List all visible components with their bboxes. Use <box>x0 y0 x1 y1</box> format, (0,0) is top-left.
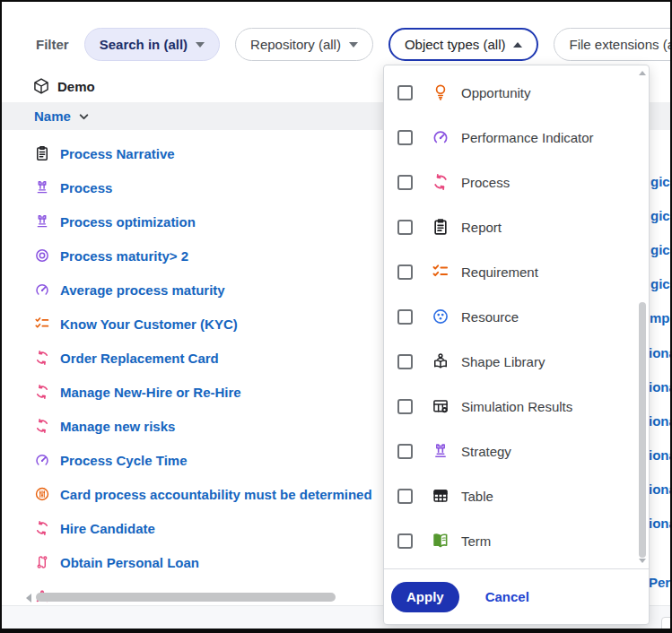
occluded-link-fragment[interactable]: gic P <box>650 208 672 223</box>
checkbox[interactable] <box>397 489 413 504</box>
shape-library-icon <box>432 352 449 370</box>
list-item-link[interactable]: Process <box>60 180 112 195</box>
object-type-option[interactable]: Shape Library <box>384 339 649 384</box>
checkbox[interactable] <box>397 354 413 369</box>
list-item-link[interactable]: Average process maturity <box>60 282 225 298</box>
strategy-icon <box>432 442 449 460</box>
object-type-option[interactable]: Report <box>384 204 649 249</box>
list-item[interactable]: Manage new risks <box>2 409 388 443</box>
checkbox[interactable] <box>397 399 413 414</box>
checkbox[interactable] <box>397 309 413 325</box>
cube-icon <box>32 77 50 95</box>
object-type-option[interactable]: Strategy <box>384 429 649 473</box>
occluded-link-fragment[interactable]: gic P <box>650 174 672 189</box>
list-item[interactable]: Know Your Customer (KYC) <box>2 307 388 341</box>
scroll-up-arrow-icon[interactable] <box>639 71 646 75</box>
list-item[interactable]: Hire Candidate <box>2 511 388 545</box>
filter-pill[interactable]: Repository (all) <box>235 28 373 61</box>
checkbox[interactable] <box>397 220 413 235</box>
cancel-button[interactable]: Cancel <box>485 589 529 604</box>
list-item-link[interactable]: Know Your Customer (KYC) <box>60 316 238 332</box>
filter-pill[interactable]: Object types (all) <box>388 28 539 61</box>
checklist-icon <box>34 316 50 332</box>
list-item-link[interactable]: Obtain Personal Loan <box>60 555 199 570</box>
dropdown-arrow-icon <box>196 42 205 48</box>
panel-scrollbar <box>638 67 647 567</box>
occluded-link-fragment[interactable]: gic P <box>650 242 672 257</box>
strategy-icon <box>34 213 50 230</box>
occluded-link-fragment[interactable]: Pers <box>649 575 672 590</box>
occluded-link-fragment[interactable]: gic P <box>650 276 672 291</box>
list-item-link[interactable]: Card process accountability must be dete… <box>60 487 372 502</box>
object-types-scroll-area: Opportunity Performance Indicator Proces… <box>384 65 649 568</box>
list-item[interactable]: Process maturity> 2 <box>2 238 388 273</box>
list-item-link[interactable]: Process Cycle Time <box>60 453 187 468</box>
scroll-down-arrow-icon[interactable] <box>639 559 646 563</box>
filter-pill-label: File extensions (all) <box>569 37 672 52</box>
list-item[interactable]: Obtain Personal Loan <box>2 545 388 579</box>
repository-group-name: Demo <box>57 79 95 94</box>
list-item[interactable]: Order Replacement Card <box>2 341 388 375</box>
object-type-option[interactable]: Table <box>384 473 649 518</box>
list-item-link[interactable]: Process optimization <box>60 214 196 230</box>
list-item[interactable]: Process optimization <box>2 204 388 238</box>
list-item[interactable]: Process Cycle Time <box>2 443 388 477</box>
list-item-link[interactable]: Order Replacement Card <box>60 351 219 366</box>
process-icon <box>34 350 50 366</box>
filter-bar: Filter Search in (all) Repository (all) … <box>36 28 672 61</box>
panel-scrollbar-thumb[interactable] <box>639 302 646 558</box>
list-item[interactable]: Average process maturity <box>2 273 388 307</box>
checkbox[interactable] <box>397 264 413 280</box>
apply-button[interactable]: Apply <box>391 582 459 612</box>
filter-pills: Search in (all) Repository (all) Object … <box>84 28 672 61</box>
report-icon <box>432 218 449 236</box>
chevron-down-icon <box>78 111 90 123</box>
hscroll-left-arrow-icon[interactable] <box>26 594 31 603</box>
filter-pill-label: Repository (all) <box>250 37 341 52</box>
object-type-option[interactable]: Process <box>384 160 649 204</box>
simulation-icon <box>432 397 449 415</box>
dropdown-arrow-icon <box>349 42 358 48</box>
list-item-link[interactable]: Manage new risks <box>60 419 175 434</box>
repository-group-row[interactable]: Demo <box>32 76 95 96</box>
object-type-option[interactable]: Performance Indicator <box>384 115 649 160</box>
filter-pill[interactable]: File extensions (all) <box>554 28 672 61</box>
checkbox[interactable] <box>397 130 413 145</box>
filter-pill-label: Object types (all) <box>405 37 506 52</box>
object-type-option[interactable]: Requirement <box>384 249 649 294</box>
process-icon <box>34 418 50 434</box>
report-icon <box>34 145 50 161</box>
occluded-link-fragment[interactable]: mpl <box>650 310 672 325</box>
name-header-label: Name <box>34 108 71 124</box>
object-type-option[interactable]: Opportunity <box>384 70 649 115</box>
panel-footer: Apply Cancel <box>384 568 649 624</box>
checkbox[interactable] <box>397 85 413 100</box>
list-item-link[interactable]: Process Narrative <box>60 146 175 161</box>
checkbox[interactable] <box>397 444 413 459</box>
list-item-link[interactable]: Process maturity> 2 <box>60 248 188 264</box>
filter-pill[interactable]: Search in (all) <box>84 28 220 61</box>
list-item[interactable]: Card process accountability must be dete… <box>2 477 388 511</box>
filter-pill-label: Search in (all) <box>100 37 188 52</box>
opportunity-icon <box>432 83 449 101</box>
object-type-option[interactable]: Term <box>384 518 649 563</box>
checklist-icon <box>432 263 449 281</box>
checkbox[interactable] <box>397 533 413 549</box>
list-item[interactable]: Manage New-Hire or Re-Hire <box>2 375 388 409</box>
gauge-icon <box>432 128 449 146</box>
process-icon <box>34 520 50 536</box>
resource-icon <box>432 308 449 325</box>
list-item-link[interactable]: Hire Candidate <box>60 521 155 536</box>
dropdown-arrow-icon <box>513 42 522 48</box>
object-type-option[interactable]: Resource <box>384 294 649 339</box>
object-types-dropdown: Opportunity Performance Indicator Proces… <box>383 65 650 625</box>
checkbox[interactable] <box>397 175 413 190</box>
object-type-option[interactable]: Simulation Results <box>384 384 649 429</box>
list-item-link[interactable]: Manage New-Hire or Re-Hire <box>60 385 241 400</box>
horizontal-scrollbar-thumb[interactable] <box>36 593 336 602</box>
strategy-icon <box>34 179 50 195</box>
list-item[interactable]: Process <box>2 170 388 204</box>
list-item[interactable]: Process Narrative <box>2 136 388 170</box>
term-icon <box>432 532 449 550</box>
cut-off-corner-widget <box>661 617 672 633</box>
